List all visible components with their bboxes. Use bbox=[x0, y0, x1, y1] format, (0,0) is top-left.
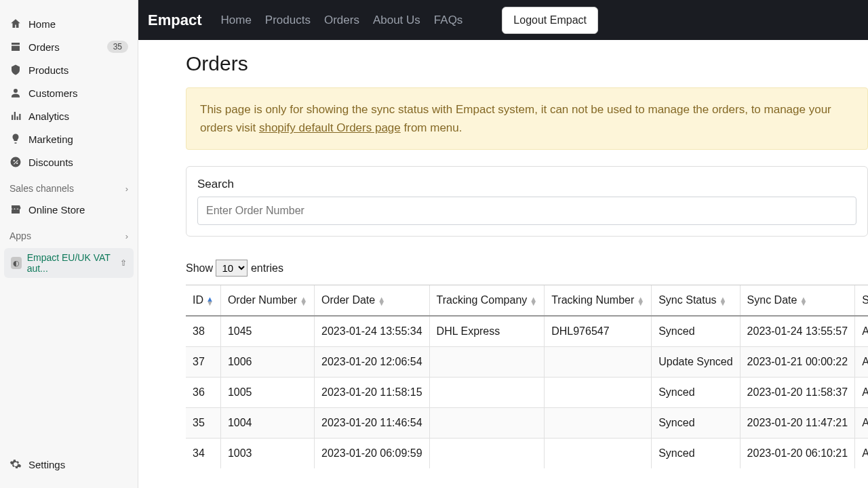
col-tracking-number[interactable]: Tracking Number▲▼ bbox=[545, 285, 652, 316]
cell-sync_status: Update Synced bbox=[652, 347, 740, 378]
settings-label: Settings bbox=[28, 459, 128, 470]
sidebar-item-label: Customers bbox=[28, 87, 128, 99]
sort-icon: ▲▼ bbox=[206, 297, 214, 305]
nav-link-home[interactable]: Home bbox=[220, 14, 251, 26]
cell-order_date: 2023-01-24 13:55:34 bbox=[315, 316, 430, 347]
col-label: Sync Date bbox=[747, 294, 797, 306]
table-row[interactable]: 3610052023-01-20 11:58:15Synced2023-01-2… bbox=[186, 378, 868, 408]
cell-order_number: 1045 bbox=[220, 316, 314, 347]
show-label-pre: Show bbox=[186, 262, 213, 274]
nav-link-products[interactable]: Products bbox=[265, 14, 311, 26]
sidebar-item-label: Analytics bbox=[28, 110, 128, 122]
customers-icon bbox=[9, 87, 22, 99]
sales-channels-heading[interactable]: Sales channels › bbox=[0, 174, 138, 198]
sidebar-item-products[interactable]: Products bbox=[0, 58, 138, 81]
sales-channels-label: Sales channels bbox=[9, 183, 74, 194]
apps-heading[interactable]: Apps › bbox=[0, 221, 138, 245]
discounts-icon bbox=[9, 156, 22, 168]
sidebar-item-label: Home bbox=[28, 18, 128, 30]
sidebar-item-marketing[interactable]: Marketing bbox=[0, 127, 138, 150]
sidebar-item-label: Marketing bbox=[28, 134, 128, 145]
cell-tracking_number: DHL976547 bbox=[545, 316, 652, 347]
sidebar-item-orders[interactable]: Orders35 bbox=[0, 35, 138, 58]
cell-sync_date: 2023-01-20 11:58:37 bbox=[740, 378, 855, 408]
sidebar-item-label: Online Store bbox=[28, 204, 128, 216]
analytics-icon bbox=[9, 110, 22, 122]
pin-icon[interactable]: ⇧ bbox=[120, 258, 127, 268]
cell-sync_status: Synced bbox=[652, 316, 740, 347]
cell-sync_date: 2023-01-21 00:00:22 bbox=[740, 347, 855, 378]
cell-order_number: 1004 bbox=[220, 408, 314, 439]
search-card: Search bbox=[186, 166, 868, 237]
col-order-number[interactable]: Order Number▲▼ bbox=[220, 285, 314, 316]
store-icon bbox=[9, 203, 22, 216]
cell-id: 37 bbox=[186, 347, 220, 378]
sort-icon: ▲▼ bbox=[637, 297, 644, 305]
alert-link[interactable]: shopify default Orders page bbox=[259, 121, 401, 134]
col-sync-status[interactable]: Sync Status▲▼ bbox=[652, 285, 740, 316]
chevron-right-icon: › bbox=[125, 184, 128, 194]
cell-order_date: 2023-01-20 06:09:59 bbox=[315, 439, 430, 469]
cell-order_number: 1006 bbox=[220, 347, 314, 378]
sidebar-app-empact[interactable]: ◐Empact EU/UK VAT aut...⇧ bbox=[4, 248, 134, 278]
sidebar-item-home[interactable]: Home bbox=[0, 12, 138, 35]
nav-link-faqs[interactable]: FAQs bbox=[434, 14, 463, 26]
cell-shipping_country: Austria bbox=[855, 347, 868, 378]
entries-control: Show 10 entries bbox=[186, 260, 868, 277]
sidebar-item-label: Orders bbox=[28, 41, 107, 53]
show-label-post: entries bbox=[251, 262, 283, 274]
cell-shipping_country: Austria bbox=[855, 316, 868, 347]
col-label: Tracking Number bbox=[551, 294, 634, 306]
sidebar-item-label: Discounts bbox=[28, 157, 128, 168]
marketing-icon bbox=[9, 133, 22, 145]
cell-id: 38 bbox=[186, 316, 220, 347]
col-label: Order Date bbox=[321, 294, 375, 306]
col-shipping-count[interactable]: Shipping Count▲▼ bbox=[855, 285, 868, 316]
sidebar-item-customers[interactable]: Customers bbox=[0, 81, 138, 104]
cell-tracking_company bbox=[429, 347, 545, 378]
col-sync-date[interactable]: Sync Date▲▼ bbox=[740, 285, 855, 316]
table-row[interactable]: 3710062023-01-20 12:06:54Update Synced20… bbox=[186, 347, 868, 378]
table-row[interactable]: 3510042023-01-20 11:46:54Synced2023-01-2… bbox=[186, 408, 868, 439]
cell-tracking_company: DHL Express bbox=[429, 316, 545, 347]
info-alert: This page is only for showing the sync s… bbox=[186, 87, 868, 150]
chevron-right-icon: › bbox=[125, 231, 128, 241]
nav-link-orders[interactable]: Orders bbox=[324, 14, 359, 26]
entries-select[interactable]: 10 bbox=[216, 260, 248, 277]
brand[interactable]: Empact bbox=[148, 12, 201, 29]
sort-icon: ▲▼ bbox=[719, 297, 727, 305]
cell-tracking_company bbox=[429, 439, 545, 469]
cell-order_date: 2023-01-20 11:58:15 bbox=[315, 378, 430, 408]
cell-order_number: 1005 bbox=[220, 378, 314, 408]
products-icon bbox=[9, 64, 22, 76]
col-label: ID bbox=[193, 294, 203, 306]
col-id[interactable]: ID▲▼ bbox=[186, 285, 220, 316]
cell-tracking_company bbox=[429, 378, 545, 408]
top-navbar: Empact HomeProductsOrdersAbout UsFAQs Lo… bbox=[138, 0, 868, 40]
alert-text-post: from menu. bbox=[401, 121, 462, 134]
cell-id: 35 bbox=[186, 408, 220, 439]
sidebar: HomeOrders35ProductsCustomersAnalyticsMa… bbox=[0, 0, 138, 488]
sidebar-item-discounts[interactable]: Discounts bbox=[0, 150, 138, 174]
sort-icon: ▲▼ bbox=[378, 297, 385, 305]
cell-sync_date: 2023-01-24 13:55:57 bbox=[740, 316, 855, 347]
sidebar-item-settings[interactable]: Settings bbox=[0, 453, 138, 476]
sort-icon: ▲▼ bbox=[530, 297, 537, 305]
cell-sync_status: Synced bbox=[652, 439, 740, 469]
sidebar-item-analytics[interactable]: Analytics bbox=[0, 104, 138, 127]
col-order-date[interactable]: Order Date▲▼ bbox=[315, 285, 430, 316]
cell-shipping_country: Austria bbox=[855, 378, 868, 408]
col-tracking-company[interactable]: Tracking Company▲▼ bbox=[429, 285, 545, 316]
sidebar-item-label: Products bbox=[28, 64, 128, 76]
nav-link-about-us[interactable]: About Us bbox=[373, 14, 420, 26]
table-row[interactable]: 3810452023-01-24 13:55:34DHL ExpressDHL9… bbox=[186, 316, 868, 347]
orders-table: ID▲▼Order Number▲▼Order Date▲▼Tracking C… bbox=[186, 285, 868, 468]
cell-id: 36 bbox=[186, 378, 220, 408]
table-row[interactable]: 3410032023-01-20 06:09:59Synced2023-01-2… bbox=[186, 439, 868, 469]
sidebar-channel-online-store[interactable]: Online Store bbox=[0, 198, 138, 221]
cell-sync_status: Synced bbox=[652, 378, 740, 408]
orders-table-wrap: ID▲▼Order Number▲▼Order Date▲▼Tracking C… bbox=[186, 285, 868, 468]
col-label: Shipping Count bbox=[862, 294, 868, 306]
search-input[interactable] bbox=[197, 197, 856, 225]
logout-button[interactable]: Logout Empact bbox=[502, 7, 598, 34]
